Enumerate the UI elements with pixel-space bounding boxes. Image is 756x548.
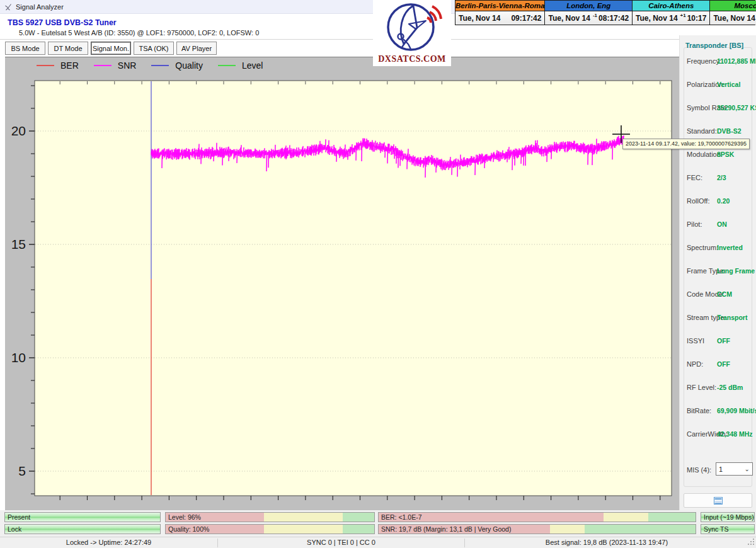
svg-text:20: 20	[11, 123, 26, 138]
meter-input: Input (~19 Mbps)	[701, 512, 755, 522]
param-label: RollOff:	[687, 197, 709, 205]
clock-datetime: Tue, Nov 14 -1 08:17:42	[545, 11, 632, 25]
clock-city-label: Berlin-Paris-Vienna-Roma	[455, 1, 544, 11]
mis-dropdown[interactable]: 1 ⌄	[716, 462, 753, 476]
world-clock: Moscow Tue, Nov 14 +2 11:17	[709, 1, 756, 25]
transponder-param-row: Stream type: Transport	[687, 314, 755, 337]
tab-av-player[interactable]: AV Player	[176, 42, 217, 55]
legend-label: SNR	[118, 60, 137, 71]
param-value: -25 dBm	[717, 384, 743, 391]
clock-time-text: 09:17:42	[511, 14, 541, 23]
tab-bs-mode[interactable]: BS Mode	[5, 42, 45, 55]
clock-date-text: Tue, Nov 14	[713, 14, 755, 23]
clock-city-label: Cairo-Athens	[633, 1, 709, 11]
tab-tsa-ok[interactable]: TSA (OK)	[134, 42, 174, 55]
meter-present: Present	[4, 512, 161, 522]
param-value: DVB-S2	[717, 127, 742, 135]
param-value: 42,348 MHz	[717, 430, 753, 438]
param-value: ON	[717, 220, 727, 228]
param-value: 35290,527 KS/s	[717, 104, 756, 111]
world-clocks: Berlin-Paris-Vienna-Roma Tue, Nov 14 09:…	[455, 0, 755, 25]
transponder-title: Transponder [BS]	[685, 42, 743, 49]
transponder-param-row: Polarization: Vertical	[687, 81, 755, 104]
meter-label: Quality: 100%	[168, 525, 209, 533]
transponder-param-row: ISSYI OFF	[687, 337, 755, 360]
meter-label: SNR: 19,7 dB (Margin: 13,1 dB | Very Goo…	[381, 525, 511, 533]
transponder-sidebar: Transponder [BS] Frequency: 11012,885 MH…	[679, 35, 756, 510]
param-value: Long Frame	[717, 267, 755, 275]
dxsatcs-logo: DXSATCS.COM	[373, 0, 451, 66]
meter-quality: Quality: 100%	[165, 524, 375, 534]
meter-snr: SNR: 19,7 dB (Margin: 13,1 dB | Very Goo…	[378, 524, 696, 534]
transponder-param-row: RollOff: 0.20	[687, 197, 755, 220]
meter-label: BER: <1.0E-7	[381, 513, 422, 521]
param-label: Standard:	[687, 127, 717, 135]
statusbar: Locked -> Uptime: 24:27:49 SYNC 0 | TEI …	[0, 537, 756, 548]
legend-label: Quality	[175, 60, 203, 71]
legend-color-line	[94, 65, 112, 66]
param-label: Frequency:	[687, 57, 721, 65]
clock-datetime: Tue, Nov 14 09:17:42	[455, 11, 544, 25]
tab-signal-mon[interactable]: Signal Mon.	[91, 42, 131, 55]
signal-chart[interactable]: 5101520	[5, 57, 679, 511]
param-label: FEC:	[687, 174, 702, 181]
svg-text:10: 10	[11, 350, 26, 365]
param-label: ISSYI	[687, 337, 704, 345]
tab-dt-mode[interactable]: DT Mode	[48, 42, 88, 55]
legend-color-line	[37, 65, 54, 66]
legend-label: BER	[60, 60, 79, 71]
clock-date-text: Tue, Nov 14	[636, 14, 677, 23]
param-value: CCM	[717, 290, 732, 298]
legend-color-line	[151, 65, 169, 66]
clock-time-text: 10:17	[687, 14, 707, 23]
clock-datetime: Tue, Nov 14 +2 11:17	[710, 11, 756, 25]
chart-value-tooltip: 2023-11-14 09.17.42, value: 19,700000762…	[622, 139, 750, 149]
meter-ber: BER: <1.0E-7	[378, 512, 696, 522]
transponder-param-row: Pilot: ON	[687, 220, 755, 244]
tab-label: AV Player	[181, 45, 212, 52]
statusbar-best-signal: Best signal: 19,8 dB (2023-11-13 19:47)	[465, 537, 748, 548]
param-value: Transport	[717, 314, 747, 321]
param-label: Pilot:	[687, 220, 702, 228]
param-value: OFF	[717, 337, 730, 345]
clock-city-label: Moscow	[710, 1, 756, 11]
clock-utc-offset: -1	[593, 13, 597, 18]
svg-text:15: 15	[11, 237, 26, 251]
signal-monitor-panel: 5101520 BER SNR Quality Level	[5, 57, 679, 510]
param-value: 11012,885 MHz	[717, 57, 756, 65]
param-value: 69,909 Mbit/s	[717, 407, 756, 414]
logo-text: DXSATCS.COM	[373, 54, 451, 64]
tab-label: DT Mode	[54, 45, 82, 52]
world-clock: Cairo-Athens Tue, Nov 14 +1 10:17	[632, 1, 709, 25]
transponder-param-row: NPD: OFF	[687, 360, 755, 384]
transponder-params: Frequency: 11012,885 MHz Polarization: V…	[687, 57, 755, 454]
statusbar-sync-counters: SYNC 0 | TEI 0 | CC 0	[218, 537, 464, 548]
transponder-list-button[interactable]	[684, 493, 752, 508]
meter-level: Level: 96%	[165, 512, 375, 522]
mode-tabs: BS ModeDT ModeSignal Mon.TSA (OK)AV Play…	[5, 42, 217, 55]
statusbar-uptime: Locked -> Uptime: 24:27:49	[0, 537, 217, 548]
param-label: Spectrum:	[687, 244, 718, 251]
app-icon	[4, 3, 12, 11]
world-clock: London, Eng Tue, Nov 14 -1 08:17:42	[544, 1, 632, 25]
meter-sync: Sync TS	[701, 524, 755, 534]
satellite-dish-logo-icon	[373, 0, 451, 54]
resize-grip[interactable]	[747, 538, 755, 547]
clock-time-text: 08:17:42	[598, 14, 629, 23]
param-value: Vertical	[717, 81, 740, 88]
chart-legend: BER SNR Quality Level	[37, 60, 278, 71]
meter-label: Level: 96%	[168, 513, 201, 521]
world-clock: Berlin-Paris-Vienna-Roma Tue, Nov 14 09:…	[455, 1, 544, 25]
legend-item: BER	[37, 60, 79, 71]
transponder-param-row: Frequency: 11012,885 MHz	[687, 57, 755, 81]
param-label: RF Level:	[687, 384, 716, 391]
clock-date-text: Tue, Nov 14	[548, 14, 590, 23]
tuner-name: TBS 5927 USB DVB-S2 Tuner	[8, 18, 117, 27]
param-value: 2/3	[717, 174, 726, 181]
param-label: BitRate:	[687, 407, 711, 414]
transponder-param-row: CarrierWidth: 42,348 MHz	[687, 430, 755, 454]
legend-item: SNR	[94, 60, 137, 71]
clock-date-text: Tue, Nov 14	[459, 14, 500, 23]
window-title: Signal Analyzer	[16, 3, 64, 11]
legend-label: Level	[242, 60, 263, 71]
